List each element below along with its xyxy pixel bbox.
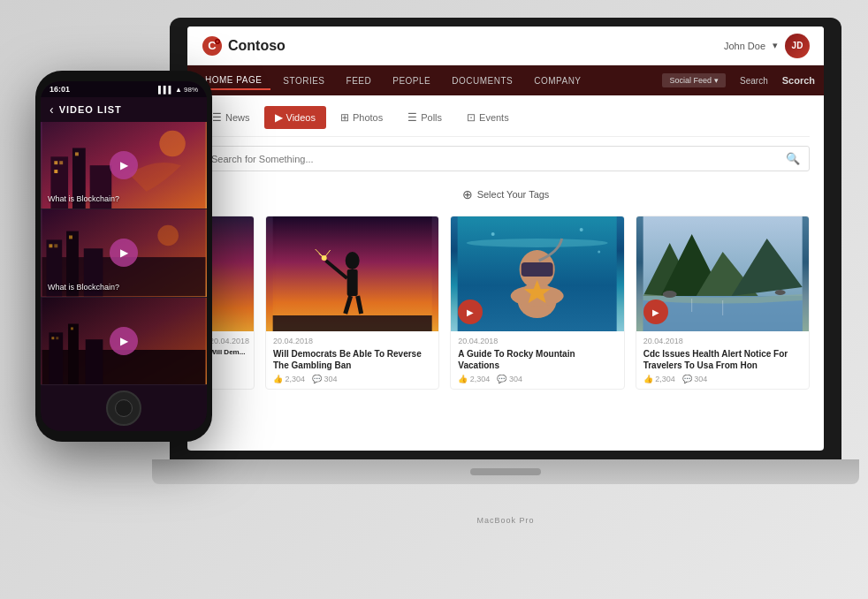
phone-home-button[interactable] (106, 390, 141, 426)
laptop-base: MacBook Pro (152, 459, 859, 484)
card-3-comments: 💬 304 (682, 375, 708, 383)
nav-stories[interactable]: STORIES (274, 72, 333, 89)
tab-events[interactable]: ⊡ Events (456, 106, 520, 129)
card-1-body: 20.04.2018 Will Democrats Be Able To Rev… (266, 331, 438, 389)
svg-point-52 (157, 225, 179, 246)
video-caption-1: What is Blockchain? (48, 194, 119, 203)
svg-point-16 (467, 239, 608, 247)
card-3-body: 20.04.2018 Cdc Issues Health Alert Notic… (636, 331, 809, 389)
logo-text: Contoso (228, 38, 286, 54)
battery-icon: 98% (184, 86, 198, 94)
svg-rect-56 (68, 323, 79, 384)
video-caption-2: What is Blockchain? (48, 283, 119, 292)
svg-rect-41 (54, 170, 57, 173)
cards-grid: 20.04.2018 Will Dem... (202, 216, 810, 390)
news-icon: ☰ (212, 111, 222, 124)
card-2-likes: 👍 2,304 (458, 375, 490, 383)
logo-icon: C (202, 35, 223, 57)
nav-search[interactable]: Search (733, 72, 775, 89)
nav-documents[interactable]: DOCUMENTS (443, 72, 522, 89)
svg-rect-18 (522, 262, 553, 277)
nav-right: Social Feed ▾ Search Scorch (662, 72, 815, 89)
phone-time: 16:01 (49, 85, 70, 94)
card-3: ▶ 20.04.2018 Cdc Issues Health Alert Not… (636, 216, 810, 390)
svg-rect-49 (49, 245, 52, 248)
svg-rect-57 (86, 339, 103, 384)
svg-rect-42 (75, 152, 79, 155)
play-button-3[interactable]: ▶ (110, 327, 138, 355)
username: John Doe (724, 41, 765, 51)
tab-bar: ☰ News ▶ Videos ⊞ Photos (202, 95, 810, 137)
videos-icon: ▶ (275, 111, 283, 124)
tab-photos[interactable]: ⊞ Photos (330, 106, 393, 129)
nav-feed[interactable]: FEED (338, 72, 381, 89)
scene: C Contoso John Doe ▾ JD (0, 0, 868, 599)
back-button[interactable]: ‹ (49, 102, 54, 117)
nav-company[interactable]: COMPANY (525, 72, 590, 89)
content-area: ☰ News ▶ Videos ⊞ Photos (187, 95, 824, 390)
svg-point-22 (491, 232, 495, 236)
card-2-img: ▶ (451, 216, 623, 331)
card-3-img: ▶ (636, 216, 809, 331)
card-1-likes: 👍 2,304 (273, 375, 305, 383)
top-right: John Doe ▾ JD (724, 34, 810, 58)
phone: 16:01 ▌▌▌ ▲ 98% ‹ VIDEO LIST (35, 71, 212, 442)
svg-point-24 (598, 251, 600, 254)
phone-header: ‹ VIDEO LIST (41, 97, 207, 122)
dropdown-arrow: ▾ (773, 40, 778, 51)
website: C Contoso John Doe ▾ JD (187, 27, 824, 451)
laptop: C Contoso John Doe ▾ JD (170, 18, 841, 530)
play-button-2[interactable]: ▶ (110, 239, 138, 267)
svg-rect-14 (273, 315, 432, 331)
wifi-icon: ▲ (175, 86, 182, 94)
card-1-comments: 💬 304 (312, 375, 338, 383)
events-icon: ⊡ (467, 111, 476, 124)
card-3-likes: 👍 2,304 (643, 375, 675, 383)
card-2-stats: 👍 2,304 💬 304 (458, 375, 616, 383)
svg-rect-40 (59, 161, 63, 164)
card-2-comments: 💬 304 (497, 375, 522, 383)
card-3-date: 20.04.2018 (643, 337, 802, 345)
top-bar: C Contoso John Doe ▾ JD (187, 27, 824, 65)
macbook-label: MacBook Pro (476, 516, 534, 525)
svg-rect-55 (49, 332, 63, 384)
plus-circle-icon: ⊕ (462, 187, 473, 201)
laptop-notch (470, 468, 541, 475)
search-input[interactable] (211, 154, 786, 164)
phone-home-inner (115, 399, 133, 417)
tab-polls[interactable]: ☰ Polls (397, 106, 453, 129)
svg-point-5 (346, 252, 360, 269)
photos-icon: ⊞ (340, 111, 349, 124)
svg-rect-6 (347, 269, 358, 296)
tab-videos[interactable]: ▶ Videos (264, 106, 326, 129)
svg-rect-58 (51, 337, 54, 339)
card-1: 20.04.2018 Will Democrats Be Able To Rev… (265, 216, 439, 390)
svg-rect-59 (56, 337, 58, 339)
video-item-2[interactable]: ▶ What is Blockchain? (41, 209, 207, 297)
phone-screen: 16:01 ▌▌▌ ▲ 98% ‹ VIDEO LIST (41, 81, 207, 431)
search-icon: 🔍 (786, 152, 800, 165)
card-1-img (266, 216, 438, 331)
social-feed-button[interactable]: Social Feed ▾ (662, 73, 726, 87)
tags-row[interactable]: ⊕ Select Your Tags (202, 180, 810, 209)
laptop-screen-outer: C Contoso John Doe ▾ JD (170, 18, 841, 459)
tags-label: Select Your Tags (477, 189, 550, 200)
search-bar[interactable]: 🔍 (202, 146, 810, 171)
video-list: ▶ What is Blockchain? (41, 122, 207, 385)
play-button-1[interactable]: ▶ (110, 151, 138, 179)
svg-rect-50 (54, 245, 57, 248)
video-item-3[interactable]: ▶ (41, 298, 207, 385)
card-1-stats: 👍 2,304 💬 304 (273, 375, 431, 383)
svg-point-3 (217, 40, 219, 42)
laptop-screen-inner: C Contoso John Doe ▾ JD (187, 27, 824, 451)
video-item-1[interactable]: ▶ What is Blockchain? (41, 122, 207, 209)
scorch-label: Scorch (782, 75, 815, 86)
nav-people[interactable]: PEOPLE (384, 72, 439, 89)
logo-area: C Contoso (202, 35, 286, 57)
svg-rect-39 (54, 161, 57, 164)
phone-status-bar: 16:01 ▌▌▌ ▲ 98% (41, 81, 207, 97)
svg-point-32 (774, 290, 785, 295)
svg-rect-51 (69, 236, 72, 239)
silhouette-svg (266, 216, 438, 331)
svg-point-31 (662, 291, 676, 298)
